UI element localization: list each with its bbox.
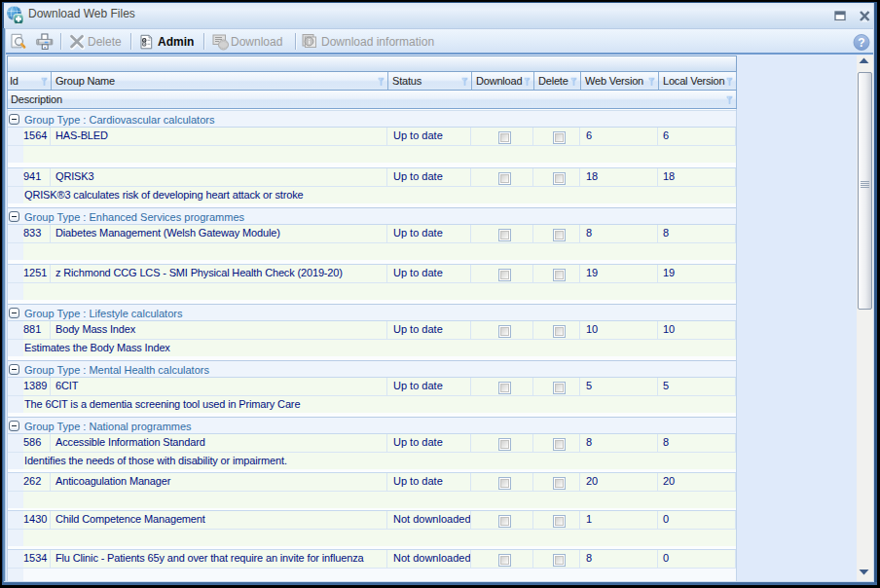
svg-text:?: ? bbox=[858, 36, 864, 50]
